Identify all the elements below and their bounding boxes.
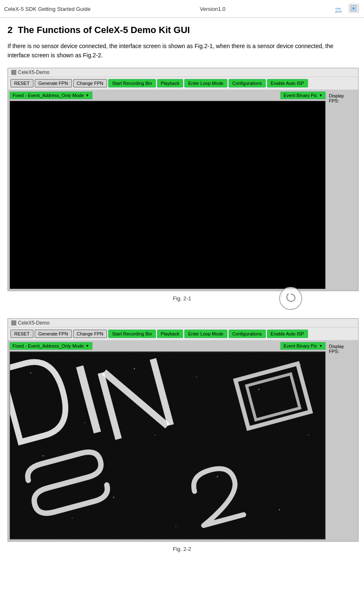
window-icon — [11, 70, 16, 75]
reset-button-2[interactable]: RESET — [10, 330, 33, 338]
toolbar-2: RESET Generate FPN Change FPN Start Reco… — [8, 328, 358, 340]
event-dropdown-1[interactable]: Event Binary Pic ▼ — [280, 92, 326, 99]
photo-svg — [10, 352, 325, 539]
demo-right-2: Display FPS: — [327, 342, 356, 540]
svg-point-24 — [279, 509, 280, 510]
generate-fpn-button-2[interactable]: Generate FPN — [35, 330, 72, 338]
svg-point-25 — [308, 435, 309, 435]
toolbar-1: RESET Generate FPN Change FPN Start Reco… — [8, 77, 358, 90]
svg-point-27 — [113, 497, 115, 498]
demo-body-1: Fixed - Event_Address_Only Mode ▼ Event … — [8, 90, 358, 291]
change-fpn-button-1[interactable]: Change FPN — [73, 79, 107, 87]
mode-dropdown-2[interactable]: Fixed - Event_Address_Only Mode ▼ — [10, 342, 92, 350]
doc-version: Version1.0 — [200, 6, 225, 12]
fig-caption-1: Fig. 2-1 — [8, 295, 356, 302]
refresh-icon — [285, 292, 297, 305]
demo-right-1: Display FPS: — [327, 92, 356, 289]
reset-button-1[interactable]: RESET — [10, 79, 33, 87]
main-content: 2 The Functions of CeleX-5 Demo Kit GUI … — [0, 18, 364, 566]
enable-auto-isp-button-1[interactable]: Enable Auto ISP — [267, 79, 308, 87]
enable-auto-isp-button-2[interactable]: Enable Auto ISP — [267, 330, 308, 338]
display-fps-2: Display FPS: — [329, 344, 344, 354]
event-arrow-icon-2: ▼ — [319, 344, 323, 348]
start-recording-button-2[interactable]: Start Recording Bin — [108, 330, 155, 338]
event-arrow-icon: ▼ — [319, 93, 323, 97]
event-dropdown-2[interactable]: Event Binary Pic ▼ — [280, 342, 326, 350]
mode-arrow-icon: ▼ — [86, 93, 89, 97]
demo-titlebar-1: CeleX5-Demo — [8, 68, 358, 77]
fig1-wrapper: CeleX5-Demo RESET Generate FPN Change FP… — [8, 68, 356, 302]
start-recording-button-1[interactable]: Start Recording Bin — [108, 79, 155, 87]
doc-title: CeleX-5 SDK Getting Started Guide — [4, 6, 91, 12]
demo-title-1: CeleX5-Demo — [18, 69, 49, 75]
mode-dropdown-1[interactable]: Fixed - Event_Address_Only Mode ▼ — [10, 92, 92, 99]
svg-text:cele: cele — [335, 7, 341, 10]
scroll-indicator — [279, 287, 302, 310]
mode-bar-1: Fixed - Event_Address_Only Mode ▼ Event … — [10, 92, 326, 99]
svg-point-21 — [155, 435, 155, 435]
playback-button-1[interactable]: Playback — [157, 79, 183, 87]
svg-point-18 — [258, 389, 260, 390]
svg-point-16 — [134, 368, 135, 369]
display-fps-1: Display FPS: — [329, 93, 344, 103]
fig-caption-2: Fig. 2-2 — [8, 546, 356, 552]
video-canvas-1 — [10, 101, 326, 289]
svg-point-28 — [84, 422, 85, 423]
change-fpn-button-2[interactable]: Change FPN — [73, 330, 107, 338]
configurations-button-1[interactable]: Configurations — [229, 79, 266, 87]
section-title: 2 The Functions of CeleX-5 Demo Kit GUI — [8, 25, 356, 36]
page-header: CeleX-5 SDK Getting Started Guide Versio… — [0, 0, 364, 18]
enter-loop-mode-button-1[interactable]: Enter Loop Mode — [184, 79, 227, 87]
svg-point-19 — [300, 364, 300, 365]
configurations-button-2[interactable]: Configurations — [229, 330, 266, 338]
mode-arrow-icon-2: ▼ — [86, 344, 89, 348]
demo-left-1: Fixed - Event_Address_Only Mode ▼ Event … — [10, 92, 326, 289]
svg-point-15 — [59, 385, 60, 386]
demo-body-2: Fixed - Event_Address_Only Mode ▼ Event … — [8, 340, 358, 541]
playback-button-2[interactable]: Playback — [157, 330, 183, 338]
generate-fpn-button-1[interactable]: Generate FPN — [35, 79, 72, 87]
svg-point-23 — [72, 517, 73, 518]
logo-icon: cele pixel — [335, 3, 360, 15]
intro-paragraph: If there is no sensor device connected, … — [8, 41, 356, 60]
video-canvas-2 — [10, 351, 326, 540]
demo-left-2: Fixed - Event_Address_Only Mode ▼ Event … — [10, 342, 326, 540]
svg-point-14 — [30, 372, 31, 374]
svg-point-26 — [176, 526, 176, 527]
svg-point-2 — [352, 7, 355, 10]
svg-point-17 — [196, 376, 197, 377]
svg-point-22 — [217, 476, 218, 477]
demo-window-2: CeleX5-Demo RESET Generate FPN Change FP… — [8, 318, 359, 542]
svg-text:pixel: pixel — [335, 10, 342, 13]
svg-point-20 — [43, 455, 44, 456]
demo-titlebar-2: CeleX5-Demo — [8, 319, 358, 328]
mode-bar-2: Fixed - Event_Address_Only Mode ▼ Event … — [10, 342, 326, 350]
window-icon-2 — [11, 320, 16, 325]
photo-canvas — [10, 352, 325, 539]
demo-title-2: CeleX5-Demo — [18, 320, 49, 326]
enter-loop-mode-button-2[interactable]: Enter Loop Mode — [184, 330, 227, 338]
demo-window-1: CeleX5-Demo RESET Generate FPN Change FP… — [8, 68, 359, 291]
